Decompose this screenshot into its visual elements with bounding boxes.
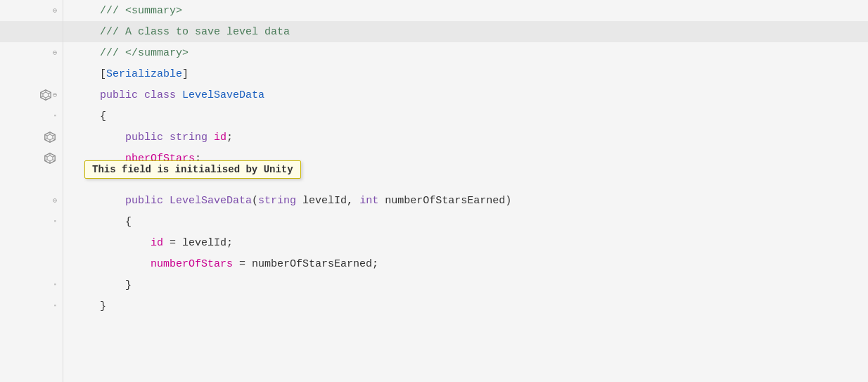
code-token: numberOfStars (151, 258, 233, 270)
code-token: /// A class to save level data (75, 26, 290, 38)
code-token: LevelSaveData (170, 195, 252, 207)
code-token (163, 195, 170, 207)
code-token (75, 237, 151, 249)
code-line-14: } (63, 274, 868, 295)
unity-tooltip: This field is initialised by Unity (84, 160, 301, 179)
code-token (208, 132, 214, 144)
code-token: ; (226, 132, 233, 144)
code-token: public (75, 89, 138, 101)
code-token: { (75, 216, 132, 228)
code-token (163, 132, 170, 144)
code-token: { (75, 110, 106, 122)
gutter-row-1: ⊖ (0, 0, 63, 21)
fold-marker-5[interactable]: ⊖ (53, 91, 57, 99)
code-token: ] (182, 68, 189, 80)
code-line-15: } (63, 295, 868, 317)
gutter-row-12 (0, 232, 63, 253)
gutter-row-11: ▪ (0, 211, 63, 232)
gutter-row-5: ⊖ (0, 84, 63, 106)
code-line-13: numberOfStars = numberOfStarsEarned; (63, 253, 868, 274)
fold-marker-6[interactable]: ▪ (53, 113, 57, 120)
code-line-4: [Serializable] (63, 63, 868, 84)
fold-marker-3[interactable]: ⊖ (53, 49, 57, 57)
editor-gutter: ⊖ ⊖ ⊖ ▪ (0, 0, 63, 382)
code-token: /// <summary> (75, 5, 182, 17)
svg-marker-17 (47, 155, 53, 161)
code-token: = levelId; (163, 237, 233, 249)
fold-marker-15[interactable]: ▪ (53, 303, 57, 310)
code-token: levelId, (296, 195, 359, 207)
code-content: /// <summary> /// A class to save level … (63, 0, 868, 382)
gutter-row-15: ▪ (0, 295, 63, 317)
unity-icon-7 (44, 132, 56, 143)
code-token: } (75, 279, 132, 291)
code-editor: ⊖ ⊖ ⊖ ▪ (0, 0, 868, 382)
code-token: LevelSaveData (182, 89, 264, 101)
gutter-row-2 (0, 21, 63, 42)
code-line-10: public LevelSaveData(string levelId, int… (63, 190, 868, 211)
gutter-row-3: ⊖ (0, 42, 63, 63)
code-token: id (214, 132, 226, 144)
tooltip-text: This field is initialised by Unity (92, 164, 293, 175)
code-token: public (75, 195, 163, 207)
code-line-3: /// </summary> (63, 42, 868, 63)
gutter-row-13 (0, 253, 63, 274)
code-token (75, 258, 151, 270)
gutter-row-6: ▪ (0, 106, 63, 127)
code-token: = numberOfStarsEarned; (233, 258, 378, 270)
code-token: numberOfStarsEarned) (378, 195, 511, 207)
code-line-7: public string id; (63, 127, 868, 148)
code-line-1: /// <summary> (63, 0, 868, 21)
code-token: id (151, 237, 163, 249)
code-token: } (75, 300, 106, 312)
code-line-5: public class LevelSaveData (63, 84, 868, 106)
fold-marker-14[interactable]: ▪ (53, 281, 57, 288)
code-token: /// </summary> (75, 47, 189, 59)
svg-marker-9 (47, 134, 53, 140)
gutter-row-9 (0, 169, 63, 190)
code-token: [ (75, 68, 106, 80)
code-token (138, 89, 144, 101)
code-line-12: id = levelId; (63, 232, 868, 253)
code-token: class (144, 89, 176, 101)
code-line-2: /// A class to save level data (63, 21, 868, 42)
fold-marker-11[interactable]: ▪ (53, 218, 57, 225)
gutter-row-7 (0, 127, 63, 148)
gutter-row-4 (0, 63, 63, 84)
code-line-11: { (63, 211, 868, 232)
gutter-row-14: ▪ (0, 274, 63, 295)
code-token: int (359, 195, 378, 207)
gutter-row-8 (0, 148, 63, 169)
fold-marker-10[interactable]: ⊖ (53, 196, 57, 205)
svg-marker-1 (43, 92, 49, 98)
code-token (176, 89, 182, 101)
code-token: string (170, 132, 208, 144)
code-token: ( (252, 195, 258, 207)
unity-icon-5 (40, 89, 51, 101)
code-token: Serializable (106, 68, 182, 80)
unity-icon-8 (44, 153, 56, 164)
code-line-6: { (63, 106, 868, 127)
gutter-row-10: ⊖ (0, 190, 63, 211)
code-token (75, 174, 81, 186)
code-token: string (258, 195, 296, 207)
fold-marker-1[interactable]: ⊖ (53, 6, 57, 15)
code-token: public (75, 132, 163, 144)
